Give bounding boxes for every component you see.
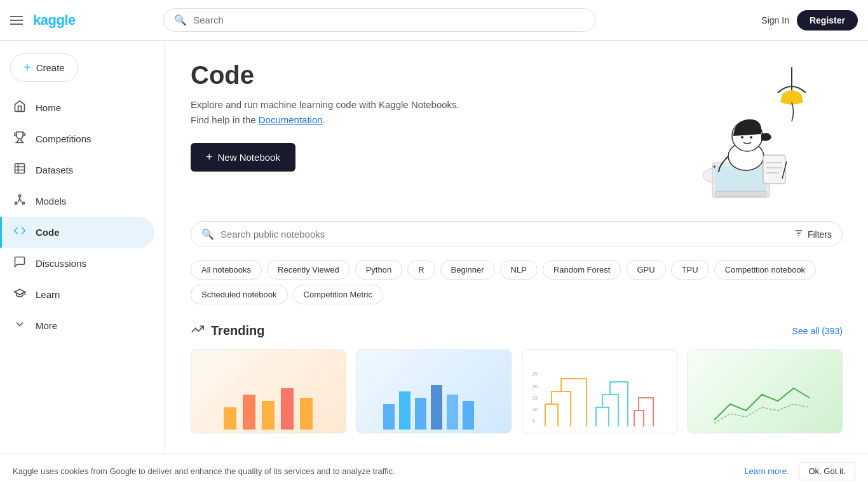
chip-python[interactable]: Python bbox=[355, 260, 402, 280]
svg-text:20: 20 bbox=[532, 384, 538, 389]
ok-button[interactable]: Ok, Got it. bbox=[799, 462, 855, 480]
card-thumbnail bbox=[688, 350, 843, 433]
svg-rect-28 bbox=[383, 404, 395, 430]
svg-point-18 bbox=[750, 136, 752, 139]
create-button[interactable]: + Create bbox=[10, 53, 78, 82]
chip-all-notebooks[interactable]: All notebooks bbox=[191, 260, 262, 280]
svg-point-17 bbox=[741, 136, 743, 139]
svg-point-1 bbox=[18, 195, 20, 197]
chip-recently-viewed[interactable]: Recently Viewed bbox=[267, 260, 350, 280]
search-icon: 🔍 bbox=[174, 14, 187, 26]
sidebar-item-more[interactable]: More bbox=[0, 310, 154, 341]
sidebar-item-label: Discussions bbox=[36, 258, 86, 269]
svg-rect-27 bbox=[300, 398, 313, 430]
chip-random-forest[interactable]: Random Forest bbox=[543, 260, 621, 280]
svg-rect-32 bbox=[447, 395, 458, 430]
trending-header: Trending See all (393) bbox=[191, 322, 843, 339]
create-label: Create bbox=[36, 62, 65, 73]
filters-button[interactable]: Filters bbox=[794, 228, 832, 240]
svg-rect-0 bbox=[15, 164, 25, 173]
hero-section: Code Explore and run machine learning co… bbox=[191, 61, 843, 201]
chip-competition-metric[interactable]: Competition Metric bbox=[293, 285, 383, 304]
filter-icon bbox=[794, 228, 804, 240]
trending-icon bbox=[191, 322, 205, 339]
illustration-svg: ✦ bbox=[665, 61, 843, 201]
learn-more-button[interactable]: Learn more. bbox=[744, 466, 789, 476]
hero-description: Explore and run machine learning code wi… bbox=[191, 97, 459, 128]
top-search-input[interactable] bbox=[193, 15, 585, 25]
nav-right: Sign In Register bbox=[761, 10, 858, 30]
code-icon bbox=[13, 224, 27, 240]
hero-text: Code Explore and run machine learning co… bbox=[191, 61, 459, 172]
sidebar-item-label: Competitions bbox=[36, 133, 92, 144]
notebooks-search-bar: 🔍 Filters bbox=[191, 221, 843, 247]
svg-text:25: 25 bbox=[532, 372, 538, 376]
svg-text:✦: ✦ bbox=[712, 163, 717, 170]
school-icon bbox=[13, 287, 27, 302]
sidebar-item-label: Code bbox=[36, 227, 60, 238]
filters-label: Filters bbox=[808, 229, 832, 240]
hamburger-menu[interactable] bbox=[10, 16, 23, 25]
sidebar-item-home[interactable]: Home bbox=[0, 92, 154, 123]
svg-rect-25 bbox=[262, 401, 275, 430]
logo[interactable]: kaggle bbox=[33, 12, 76, 29]
svg-text:10: 10 bbox=[532, 407, 538, 412]
search-icon: 🔍 bbox=[201, 228, 214, 240]
card-thumbnail bbox=[357, 350, 512, 433]
chip-competition-notebook[interactable]: Competition notebook bbox=[714, 260, 816, 280]
svg-point-3 bbox=[22, 202, 24, 204]
svg-text:15: 15 bbox=[532, 396, 538, 400]
top-search-bar: 🔍 bbox=[163, 8, 595, 32]
filter-chips: All notebooks Recently Viewed Python R B… bbox=[191, 260, 843, 304]
notebook-card[interactable] bbox=[688, 349, 843, 433]
sidebar-item-discussions[interactable]: Discussions bbox=[0, 248, 154, 279]
sidebar-item-label: Learn bbox=[36, 289, 60, 300]
chip-nlp[interactable]: NLP bbox=[500, 260, 538, 280]
chip-scheduled-notebook[interactable]: Scheduled notebook bbox=[191, 285, 288, 304]
home-icon bbox=[13, 100, 27, 116]
new-notebook-button[interactable]: + New Notebook bbox=[191, 143, 295, 172]
chip-r[interactable]: R bbox=[407, 260, 435, 280]
cookie-bar: Kaggle uses cookies from Google to deliv… bbox=[0, 454, 868, 488]
cookie-text: Kaggle uses cookies from Google to deliv… bbox=[13, 466, 734, 476]
notebook-card[interactable] bbox=[356, 349, 512, 433]
chip-tpu[interactable]: TPU bbox=[671, 260, 709, 280]
notebooks-search-input[interactable] bbox=[220, 229, 787, 240]
svg-text:5: 5 bbox=[532, 419, 535, 423]
svg-rect-26 bbox=[281, 388, 294, 430]
logo-text: kaggle bbox=[33, 12, 76, 29]
main-layout: + Create Home Competitions Datasets bbox=[0, 41, 868, 488]
notebook-card[interactable] bbox=[191, 349, 346, 433]
see-all-link[interactable]: See all (393) bbox=[792, 326, 843, 336]
models-icon bbox=[13, 193, 27, 209]
svg-rect-30 bbox=[415, 398, 426, 430]
svg-rect-29 bbox=[399, 391, 410, 430]
sidebar: + Create Home Competitions Datasets bbox=[0, 41, 165, 488]
trending-title: Trending bbox=[191, 322, 264, 339]
plus-icon: + bbox=[206, 151, 213, 164]
chip-gpu[interactable]: GPU bbox=[626, 260, 665, 280]
sidebar-item-datasets[interactable]: Datasets bbox=[0, 154, 154, 186]
sidebar-item-code[interactable]: Code bbox=[0, 217, 154, 248]
sidebar-item-competitions[interactable]: Competitions bbox=[0, 123, 154, 154]
register-button[interactable]: Register bbox=[797, 10, 858, 30]
notebook-cards-grid: 25 20 15 10 5 bbox=[191, 349, 843, 433]
chevron-down-icon bbox=[13, 318, 27, 334]
sidebar-item-models[interactable]: Models bbox=[0, 186, 154, 217]
sign-in-button[interactable]: Sign In bbox=[761, 15, 789, 25]
notebook-card[interactable]: 25 20 15 10 5 bbox=[522, 349, 677, 433]
chip-beginner[interactable]: Beginner bbox=[440, 260, 495, 280]
sidebar-item-label: Models bbox=[36, 196, 66, 207]
sidebar-item-learn[interactable]: Learn bbox=[0, 279, 154, 310]
card-thumbnail: 25 20 15 10 5 bbox=[522, 350, 677, 433]
hero-illustration: ✦ bbox=[665, 61, 843, 201]
svg-rect-24 bbox=[243, 395, 255, 430]
plus-icon: + bbox=[24, 60, 31, 75]
documentation-link[interactable]: Documentation bbox=[259, 114, 323, 125]
main-content: Code Explore and run machine learning co… bbox=[165, 41, 868, 488]
page-title: Code bbox=[191, 61, 459, 90]
svg-rect-23 bbox=[224, 407, 236, 430]
sidebar-item-label: Home bbox=[36, 102, 61, 113]
table-icon bbox=[13, 162, 27, 178]
trophy-icon bbox=[13, 131, 27, 147]
